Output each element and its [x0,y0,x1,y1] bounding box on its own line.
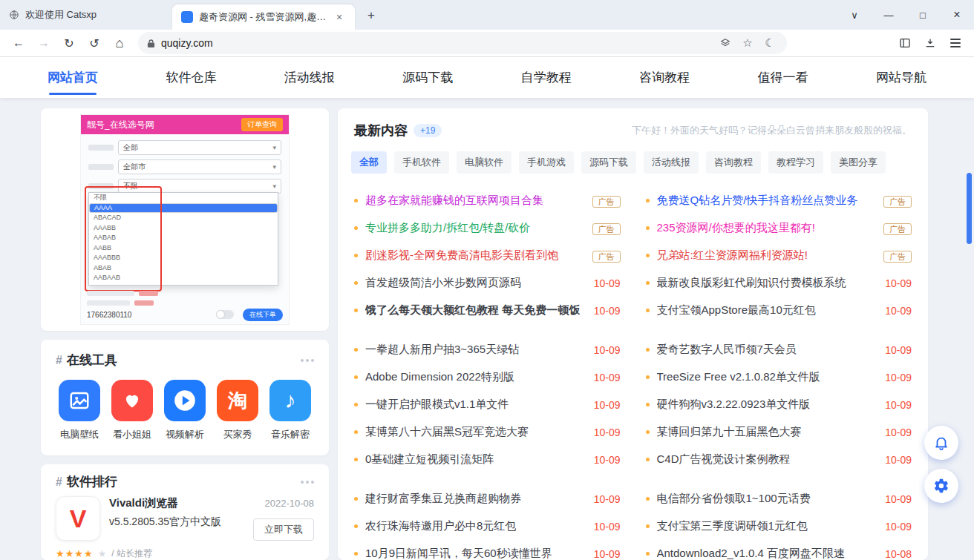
article-title[interactable]: 农行珠海特邀用户必中8元红包 [365,519,516,533]
article-title[interactable]: 首发超级简洁小米步数网页源码 [365,276,521,290]
article-row[interactable]: C4D广告视觉设计案例教程10-09 [646,446,912,473]
promo-card[interactable]: 靓号_在线选号网 订单查询 全部▾全部市▾不限▾ 不限AAAAABACADAAA… [41,108,329,331]
article-row[interactable]: 首发超级简洁小米步数网页源码10-09 [354,269,621,297]
article-row[interactable]: 一键开启护眼模式v1.1单文件10-09 [354,391,621,418]
filter-tab[interactable]: 教程学习 [768,151,823,174]
article-row[interactable]: 农行珠海特邀用户必中8元红包10-09 [354,513,621,540]
browser-tab-welcome[interactable]: 欢迎使用 Catsxp [0,0,172,30]
article-row[interactable]: 剧迷影视-全网免费高清电影美剧看到饱广告 [354,242,621,269]
new-tab-button[interactable]: + [361,5,382,26]
download-button[interactable]: 立即下载 [253,518,314,541]
article-title[interactable]: 专业拼多多助力/拆红包/转盘/砍价 [365,221,531,235]
reload-button[interactable]: ↻ [58,32,80,54]
nav-item[interactable]: 软件仓库 [166,57,216,98]
dropdown-option[interactable]: ABACAD [89,213,278,223]
tool-item[interactable]: 看小姐姐 [108,380,156,441]
dropdown-option[interactable]: AAABBB [89,253,278,263]
more-menu-icon[interactable] [301,481,314,484]
filter-tab[interactable]: 全部 [351,151,387,174]
article-row[interactable]: 超多在家就能赚钱的互联网项目合集广告 [354,187,621,214]
bookmark-star-icon[interactable]: ☆ [739,35,756,51]
nav-item[interactable]: 活动线报 [284,57,335,98]
article-title[interactable]: 某博第八十六届黑S冠军竞选大赛 [365,425,529,439]
download-icon[interactable] [919,32,941,54]
software-item[interactable]: V Vivaldi浏览器 v5.5.2805.35官方中文版 2022-10-0… [56,496,314,541]
dropdown-option[interactable]: AABAAB [89,273,278,283]
maximize-button[interactable]: □ [906,0,940,30]
article-row[interactable]: 免费送Q钻名片赞/快手抖音粉丝点赞业务广告 [646,187,912,214]
article-title[interactable]: 支付宝第三季度调研领1元红包 [657,519,808,533]
article-row[interactable]: Antdownload2_v1.0.4 百度网盘不限速10-08 [646,540,912,560]
article-row[interactable]: 235资源网/你想要的我这里都有!广告 [646,214,912,242]
article-title[interactable]: 某博回归第九十五届黑色大赛 [657,425,802,439]
order-query-button[interactable]: 订单查询 [241,118,283,131]
tool-item[interactable]: 电脑壁纸 [56,380,103,441]
article-title[interactable]: Antdownload2_v1.0.4 百度网盘不限速 [657,547,845,560]
toggle-switch[interactable] [216,310,234,319]
article-row[interactable]: Adobe Dimension 2022特别版10-09 [354,363,621,391]
article-row[interactable]: 支付宝第三季度调研领1元红包10-09 [646,513,912,540]
address-bar[interactable]: quqizy.com ☆ ☾ [138,32,787,54]
article-title[interactable]: 爱奇艺数字人民币领7天会员 [657,343,797,357]
menu-icon[interactable] [944,32,967,54]
promo-select[interactable]: 不限▾ [118,179,281,194]
article-title[interactable]: 一键开启护眼模式v1.1单文件 [365,398,509,412]
promo-select[interactable]: 全部▾ [118,140,281,155]
article-title[interactable]: 硬件狗狗v3.2.22.0923单文件版 [657,398,811,412]
nav-item[interactable]: 值得一看 [758,57,808,98]
article-title[interactable]: Adobe Dimension 2022特别版 [365,370,514,384]
article-row[interactable]: 0基础建立短视频引流矩阵10-09 [354,446,621,473]
close-button[interactable]: × [940,0,974,30]
filter-tab[interactable]: 美图分享 [831,151,886,174]
article-title[interactable]: C4D广告视觉设计案例教程 [657,452,791,467]
filter-tab[interactable]: 源码下载 [581,151,636,174]
article-title[interactable]: TreeSize Free v2.1.0.82单文件版 [657,370,820,384]
article-row[interactable]: 饿了么每天领大额红包教程 每天免费一顿饭10-09 [354,297,621,324]
minimize-button[interactable]: — [872,0,906,30]
article-row[interactable]: 一拳超人新用户抽3~365天绿钻10-09 [354,336,621,363]
filter-tab[interactable]: 电脑软件 [457,151,511,174]
software-name[interactable]: Vivaldi浏览器 [109,496,178,510]
article-title[interactable]: 最新改良版彩虹代刷知识付费模板系统 [657,276,846,290]
tool-item[interactable]: ♪音乐解密 [267,380,314,441]
filter-tab[interactable]: 咨询教程 [706,151,761,174]
article-title[interactable]: 超多在家就能赚钱的互联网项目合集 [365,194,543,208]
article-row[interactable]: TreeSize Free v2.1.0.82单文件版10-09 [646,363,912,391]
sidebar-panel-icon[interactable] [894,32,916,54]
article-title[interactable]: 饿了么每天领大额红包教程 每天免费一顿饭 [365,303,580,317]
article-row[interactable]: 爱奇艺数字人民币领7天会员10-09 [646,336,912,363]
article-title[interactable]: 兄弟站:红尘资源网福利资源站! [657,248,808,263]
back-button[interactable]: ← [7,32,30,54]
filter-tab[interactable]: 手机游戏 [519,151,574,174]
article-row[interactable]: 硬件狗狗v3.2.22.0923单文件版10-09 [646,391,912,418]
browser-tab-site[interactable]: 趣奇资源网 - 残雪资源网,趣味奇妙... × [172,4,355,30]
tool-item[interactable]: 视频解析 [161,380,209,441]
dropdown-option[interactable]: AAAA [89,203,278,214]
article-title[interactable]: 剧迷影视-全网免费高清电影美剧看到饱 [365,248,558,263]
filter-tab[interactable]: 活动线报 [644,151,699,174]
article-title[interactable]: 支付宝领AppStore最高10元红包 [657,303,816,317]
settings-float-button[interactable] [924,469,958,503]
layers-icon[interactable] [717,35,733,51]
dropdown-option[interactable]: 不限 [89,193,278,203]
article-row[interactable]: 最新改良版彩虹代刷知识付费模板系统10-09 [646,269,912,297]
article-row[interactable]: 支付宝领AppStore最高10元红包10-09 [646,297,912,324]
nav-item[interactable]: 网站导航 [876,57,926,98]
order-now-button[interactable]: 在线下单 [243,309,283,321]
article-title[interactable]: 235资源网/你想要的我这里都有! [657,221,815,235]
promo-select[interactable]: 全部市▾ [118,159,281,174]
article-row[interactable]: 建行财富季集豆兑换商超购物券10-09 [354,485,621,513]
filter-tab[interactable]: 手机软件 [394,151,449,174]
article-title[interactable]: 建行财富季集豆兑换商超购物券 [365,492,521,506]
article-title[interactable]: 10月9日新闻早讯，每天60秒读懂世界 [365,547,552,560]
dropdown-option[interactable]: ABAB [89,263,278,274]
dark-mode-icon[interactable]: ☾ [762,35,778,51]
article-row[interactable]: 某博第八十六届黑S冠军竞选大赛10-09 [354,418,621,446]
article-title[interactable]: 0基础建立短视频引流矩阵 [365,452,494,467]
forward-button[interactable]: → [33,32,55,54]
nav-item[interactable]: 源码下载 [402,57,453,98]
tab-search-icon[interactable]: ∨ [837,0,872,30]
notification-float-button[interactable] [924,426,958,460]
tool-item[interactable]: 淘买家秀 [214,380,261,441]
dropdown-option[interactable]: AABB [89,243,278,254]
